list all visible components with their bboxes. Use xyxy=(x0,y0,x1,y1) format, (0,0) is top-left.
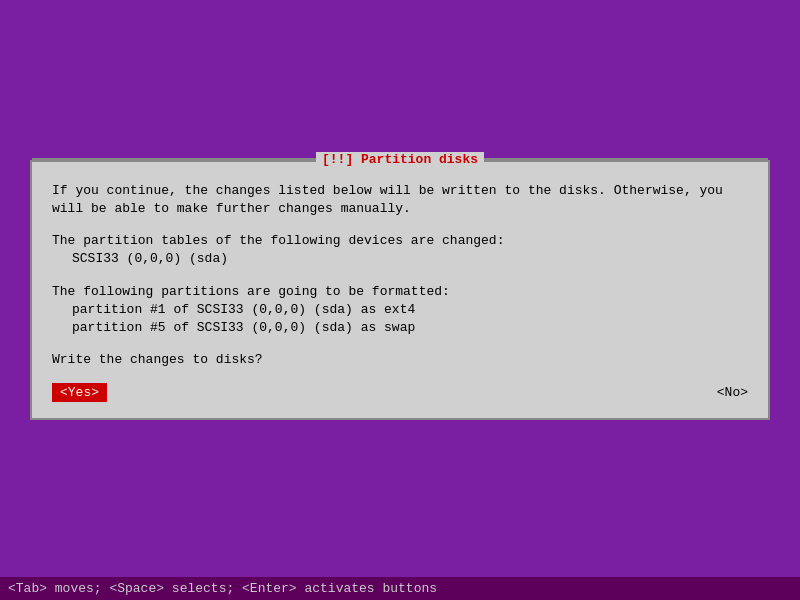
intro-line1: If you continue, the changes listed belo… xyxy=(52,182,748,200)
format-heading: The following partitions are going to be… xyxy=(52,283,748,301)
intro-line2: will be able to make further changes man… xyxy=(52,200,748,218)
dialog-content: If you continue, the changes listed belo… xyxy=(32,162,768,419)
desktop: [!!] Partition disks If you continue, th… xyxy=(0,0,800,600)
format-item2: partition #5 of SCSI33 (0,0,0) (sda) as … xyxy=(72,319,748,337)
no-button[interactable]: <No> xyxy=(717,385,748,400)
title-bar: [!!] Partition disks xyxy=(32,152,768,167)
partition-tables-section: The partition tables of the following de… xyxy=(52,232,748,268)
title-bar-line-right xyxy=(484,158,768,160)
question-text: Write the changes to disks? xyxy=(52,351,748,369)
format-item1: partition #1 of SCSI33 (0,0,0) (sda) as … xyxy=(72,301,748,319)
button-row: <Yes> <No> xyxy=(52,383,748,402)
format-section: The following partitions are going to be… xyxy=(52,283,748,338)
question-section: Write the changes to disks? xyxy=(52,351,748,369)
partition-tables-heading: The partition tables of the following de… xyxy=(52,232,748,250)
intro-section: If you continue, the changes listed belo… xyxy=(52,182,748,218)
dialog-window: [!!] Partition disks If you continue, th… xyxy=(30,160,770,421)
dialog-title: [!!] Partition disks xyxy=(316,152,484,167)
title-bar-line-left xyxy=(32,158,316,160)
partition-tables-item1: SCSI33 (0,0,0) (sda) xyxy=(72,250,748,268)
status-bar: <Tab> moves; <Space> selects; <Enter> ac… xyxy=(0,577,800,600)
yes-button[interactable]: <Yes> xyxy=(52,383,107,402)
